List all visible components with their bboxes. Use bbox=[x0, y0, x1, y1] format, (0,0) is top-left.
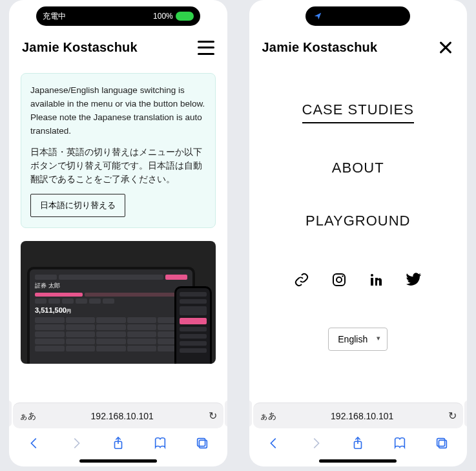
battery-percent: 100% bbox=[153, 12, 173, 21]
site-title[interactable]: Jamie Kostaschuk bbox=[262, 40, 378, 55]
charging-label: 充電中 bbox=[43, 11, 66, 22]
adjacent-tab-edge[interactable] bbox=[249, 401, 252, 426]
bookmarks-icon[interactable] bbox=[389, 433, 410, 454]
phone-mock bbox=[174, 286, 212, 364]
back-button[interactable] bbox=[24, 433, 45, 454]
phone-left: 充電中 100% Jamie Kostaschuk Japanese/Engli… bbox=[9, 0, 227, 466]
instagram-icon[interactable] bbox=[331, 272, 347, 288]
menu-hamburger-icon[interactable] bbox=[198, 41, 214, 55]
svg-rect-13 bbox=[437, 439, 445, 446]
tabs-icon[interactable] bbox=[192, 433, 212, 454]
site-title[interactable]: Jamie Kostaschuk bbox=[22, 40, 138, 55]
reload-icon[interactable]: ↻ bbox=[209, 410, 217, 422]
case-study-hero[interactable]: 証券 太郎 3,511,500円 bbox=[21, 241, 216, 364]
share-icon[interactable] bbox=[108, 433, 129, 454]
site-header: Jamie Kostaschuk bbox=[249, 26, 468, 63]
safari-toolbar bbox=[9, 428, 227, 459]
svg-rect-2 bbox=[199, 440, 207, 448]
mock-amount: 3,511,500円 bbox=[35, 306, 187, 315]
page-content: Japanese/English language switching is a… bbox=[9, 63, 227, 399]
twitter-icon[interactable] bbox=[406, 272, 422, 288]
navigation-arrow-icon bbox=[312, 10, 324, 22]
svg-point-6 bbox=[336, 277, 342, 282]
svg-point-9 bbox=[371, 274, 373, 277]
mock-user-name: 証券 太郎 bbox=[35, 282, 187, 290]
share-icon[interactable] bbox=[347, 433, 368, 454]
social-links bbox=[294, 272, 422, 288]
tabs-icon[interactable] bbox=[431, 433, 452, 454]
svg-rect-3 bbox=[198, 439, 205, 446]
dynamic-island bbox=[305, 6, 410, 26]
nav-menu: CASE STUDIES ABOUT PLAYGROUND English bbox=[249, 63, 468, 399]
safari-address-bar[interactable]: ぁあ 192.168.10.101 ↻ bbox=[13, 403, 223, 428]
adjacent-tab-edge[interactable] bbox=[225, 401, 227, 426]
reader-aa-icon[interactable]: ぁあ bbox=[260, 410, 276, 422]
language-notice: Japanese/English language switching is a… bbox=[21, 73, 216, 228]
svg-point-7 bbox=[342, 275, 344, 277]
url-text[interactable]: 192.168.10.101 bbox=[283, 411, 442, 421]
linkedin-icon[interactable] bbox=[369, 272, 384, 288]
dynamic-island: 充電中 100% bbox=[36, 6, 200, 26]
bookmarks-icon[interactable] bbox=[150, 433, 171, 454]
site-header: Jamie Kostaschuk bbox=[9, 26, 227, 63]
switch-to-japanese-button[interactable]: 日本語に切り替える bbox=[30, 194, 125, 217]
svg-rect-8 bbox=[371, 278, 373, 286]
svg-rect-12 bbox=[439, 440, 447, 448]
forward-button bbox=[305, 433, 326, 454]
link-icon[interactable] bbox=[294, 272, 309, 288]
notice-text-ja: 日本語・英語の切り替えはメニューか以下ボタンで切り替え可能です。日本語は自動翻訳… bbox=[30, 146, 206, 187]
safari-address-bar[interactable]: ぁあ 192.168.10.101 ↻ bbox=[253, 403, 464, 428]
home-indicator[interactable] bbox=[319, 459, 397, 463]
home-indicator[interactable] bbox=[79, 459, 157, 463]
menu-item-case-studies[interactable]: CASE STUDIES bbox=[302, 101, 414, 123]
language-selected-value: English bbox=[338, 334, 367, 344]
forward-button bbox=[66, 433, 87, 454]
adjacent-tab-edge[interactable] bbox=[9, 401, 12, 426]
adjacent-tab-edge[interactable] bbox=[464, 401, 467, 426]
phone-right: 16:22 ⚡ Jamie Kostaschuk CASE STUDIES AB… bbox=[249, 0, 468, 466]
reader-aa-icon[interactable]: ぁあ bbox=[19, 410, 36, 422]
close-icon[interactable] bbox=[437, 41, 454, 55]
back-button[interactable] bbox=[264, 433, 284, 454]
reload-icon[interactable]: ↻ bbox=[448, 410, 457, 422]
notice-text-en: Japanese/English language switching is a… bbox=[30, 84, 206, 138]
battery-icon bbox=[176, 12, 194, 21]
url-text[interactable]: 192.168.10.101 bbox=[43, 411, 202, 421]
menu-item-about[interactable]: ABOUT bbox=[332, 160, 384, 176]
menu-item-playground[interactable]: PLAYGROUND bbox=[305, 213, 410, 229]
language-select[interactable]: English bbox=[328, 328, 388, 351]
laptop-mock: 証券 太郎 3,511,500円 bbox=[27, 267, 195, 364]
safari-toolbar bbox=[249, 428, 468, 459]
